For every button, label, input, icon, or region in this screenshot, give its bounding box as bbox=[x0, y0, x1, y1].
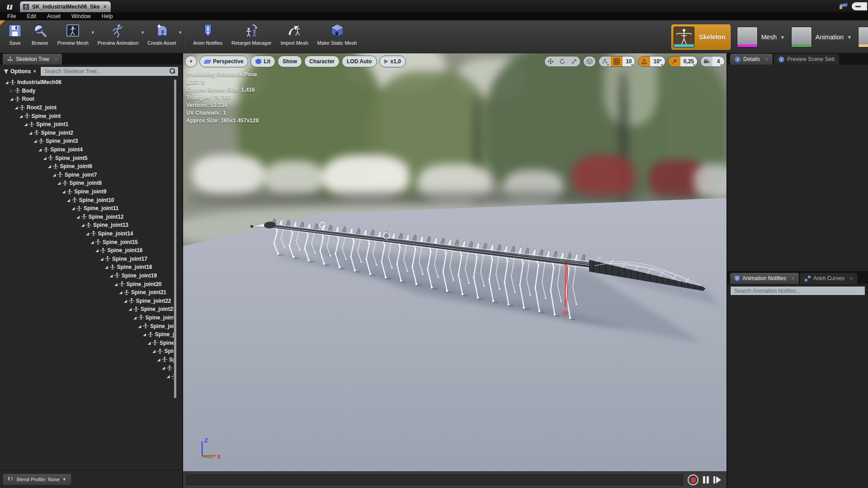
expand-arrow-icon[interactable]: ◢ bbox=[38, 147, 43, 152]
menu-asset[interactable]: Asset bbox=[42, 13, 66, 19]
tree-row-spine_joint21[interactable]: ◢Spine_joint21 bbox=[0, 288, 174, 297]
expand-arrow-icon[interactable]: ◢ bbox=[9, 97, 14, 101]
preview-scene-settings-tab[interactable]: i Preview Scene Sett bbox=[774, 54, 839, 65]
toolbar-make-static-mesh-button[interactable]: Make Static Mesh bbox=[313, 20, 361, 47]
expand-arrow-icon[interactable]: ◢ bbox=[118, 290, 123, 295]
tree-row-spine_joint10[interactable]: ◢Spine_joint10 bbox=[0, 196, 174, 204]
tree-row-spine_joint5[interactable]: ◢Spine_joint5 bbox=[0, 154, 174, 162]
expand-arrow-icon[interactable]: ◢ bbox=[75, 215, 81, 219]
pause-button[interactable] bbox=[703, 476, 709, 483]
lit-button[interactable]: Lit bbox=[250, 56, 275, 67]
scale-tool-button[interactable] bbox=[568, 56, 580, 66]
grid-snap-toggle[interactable] bbox=[611, 56, 623, 66]
tree-row-spine_joint23[interactable]: ◢Spine_joint23 bbox=[0, 305, 174, 314]
expand-arrow-icon[interactable]: ◢ bbox=[151, 349, 157, 353]
menu-edit[interactable]: Edit bbox=[21, 13, 42, 19]
tree-row-spine_joint8[interactable]: ◢Spine_joint8 bbox=[0, 179, 174, 188]
toolbar-preview-animation-button[interactable]: Preview Animation▼ bbox=[93, 20, 143, 47]
record-button[interactable] bbox=[688, 474, 698, 485]
playback-speed-button[interactable]: x1,0 bbox=[379, 56, 406, 67]
expand-arrow-icon[interactable]: ◢ bbox=[146, 341, 152, 345]
toolbar-retarget-manager-button[interactable]: Retarget Manager bbox=[227, 20, 276, 47]
anim-curves-tab[interactable]: Anim Curves × bbox=[800, 273, 857, 284]
expand-arrow-icon[interactable]: ◢ bbox=[165, 374, 171, 379]
expand-arrow-icon[interactable]: ◢ bbox=[14, 105, 19, 110]
tree-row-spine_joint16[interactable]: ◢Spine_joint16 bbox=[0, 246, 174, 255]
expand-arrow-icon[interactable]: ◢ bbox=[137, 324, 142, 328]
blend-profile-button[interactable]: Blend Profile: None ▼ bbox=[3, 474, 71, 485]
tree-row-spine_joint12[interactable]: ◢Spine_joint12 bbox=[0, 213, 174, 221]
expand-arrow-icon[interactable]: ◢ bbox=[85, 231, 90, 236]
expand-arrow-icon[interactable]: ◢ bbox=[99, 257, 104, 261]
expand-arrow-icon[interactable]: ◢ bbox=[23, 122, 28, 127]
rotation-snap-value[interactable]: 10° ▼ bbox=[650, 56, 665, 66]
scale-snap-value[interactable]: 0,25 ▼ bbox=[680, 56, 697, 66]
snap-mode-button[interactable]: ▼ bbox=[599, 56, 611, 66]
show-button[interactable]: Show bbox=[278, 56, 302, 67]
character-button[interactable]: Character bbox=[304, 56, 340, 67]
notifies-tab-close-icon[interactable]: × bbox=[792, 276, 794, 281]
menu-help[interactable]: Help bbox=[96, 13, 118, 19]
tutorial-cap-icon[interactable] bbox=[839, 4, 848, 9]
expand-arrow-icon[interactable]: ◢ bbox=[61, 189, 66, 194]
tree-row-spine_joint6[interactable]: ◢Spine_joint6 bbox=[0, 162, 174, 171]
mode-mesh-button[interactable]: Mesh ▼ bbox=[737, 27, 785, 47]
tree-row-root2_joint[interactable]: ◢Root2_joint bbox=[0, 103, 174, 112]
tree-row-spine_joint27[interactable]: ◢Spine_joint27 bbox=[0, 338, 174, 347]
tree-row-spine_joint26[interactable]: ◢Spine_joint26 bbox=[0, 330, 174, 339]
expand-arrow-icon[interactable]: ◢ bbox=[113, 282, 119, 286]
skeleton-tree-tab[interactable]: Skeleton Tree × bbox=[3, 54, 62, 65]
timeline-scrubber[interactable] bbox=[186, 474, 683, 485]
camera-speed-button[interactable] bbox=[701, 56, 712, 66]
toolbar-import-mesh-button[interactable]: Import Mesh bbox=[276, 20, 313, 47]
expand-arrow-icon[interactable]: ◢ bbox=[47, 164, 52, 169]
expand-arrow-icon[interactable]: ◢ bbox=[94, 248, 100, 253]
tree-row-spine_joint31[interactable]: ◢Spine_joint31 bbox=[0, 372, 174, 381]
details-tab[interactable]: i Details × bbox=[730, 54, 773, 65]
expand-arrow-icon[interactable]: ◢ bbox=[33, 139, 38, 143]
perspective-button[interactable]: Perspective bbox=[199, 56, 248, 67]
toolbar-anim-notifies-button[interactable]: Anim Notifies bbox=[189, 20, 227, 47]
expand-arrow-icon[interactable]: ◢ bbox=[71, 206, 76, 211]
tree-row-spine_joint20[interactable]: ◢Spine_joint20 bbox=[0, 280, 174, 288]
expand-arrow-icon[interactable]: ◢ bbox=[4, 80, 9, 84]
animation-notifies-tab[interactable]: ! Animation Notifies × bbox=[730, 273, 799, 284]
options-button[interactable]: Options ▼ bbox=[4, 68, 37, 75]
expand-arrow-icon[interactable]: ◢ bbox=[161, 366, 166, 370]
animation-dropdown-caret[interactable]: ▼ bbox=[847, 35, 852, 40]
curves-tab-close-icon[interactable]: × bbox=[850, 276, 853, 281]
tree-row-spine_joint19[interactable]: ◢Spine_joint19 bbox=[0, 272, 174, 280]
expand-arrow-icon[interactable]: ◢ bbox=[80, 223, 85, 227]
tree-row-spine_joint11[interactable]: ◢Spine_joint11 bbox=[0, 204, 174, 213]
step-forward-button[interactable] bbox=[713, 476, 721, 483]
tree-row-root[interactable]: ◢Root bbox=[0, 95, 174, 103]
tree-row-spine_joint29[interactable]: ◢Spine_joint29 bbox=[0, 356, 174, 364]
toolbar-preview-mesh-button[interactable]: Preview Mesh▼ bbox=[53, 20, 93, 47]
expand-arrow-icon[interactable]: ◢ bbox=[28, 131, 33, 135]
move-tool-button[interactable] bbox=[545, 56, 557, 66]
toolbar-create-asset-button[interactable]: Create Asset▼ bbox=[143, 20, 180, 47]
mesh-dropdown-caret[interactable]: ▼ bbox=[780, 35, 785, 40]
window-minimize-button[interactable] bbox=[852, 2, 867, 10]
expand-arrow-icon[interactable]: ◢ bbox=[57, 181, 62, 185]
tree-row-spine_joint7[interactable]: ◢Spine_joint7 bbox=[0, 171, 174, 179]
tree-row-spine_joint9[interactable]: ◢Spine_joint9 bbox=[0, 188, 174, 196]
expand-arrow-icon[interactable]: ◢ bbox=[127, 307, 133, 311]
tab-close-icon[interactable]: × bbox=[103, 4, 106, 10]
tree-row-spine_joint18[interactable]: ◢Spine_joint18 bbox=[0, 263, 174, 272]
expand-arrow-icon[interactable]: ◢ bbox=[90, 240, 95, 244]
3d-viewport[interactable]: ▼ Perspective Lit Show Character LOD Aut… bbox=[183, 53, 726, 488]
toolbar-create-asset-caret[interactable]: ▼ bbox=[178, 30, 182, 35]
expand-arrow-icon[interactable]: ◢ bbox=[108, 273, 114, 278]
tree-row-spine_joint2[interactable]: ◢Spine_joint2 bbox=[0, 129, 174, 137]
details-tab-close-icon[interactable]: × bbox=[765, 56, 768, 62]
skeleton-tree-tab-close-icon[interactable]: × bbox=[55, 56, 57, 62]
expand-arrow-icon[interactable]: ◢ bbox=[52, 173, 57, 177]
mode-skeleton-button[interactable]: Skeleton bbox=[671, 24, 730, 50]
expand-arrow-icon[interactable]: ◢ bbox=[156, 357, 161, 362]
tree-row-spine_joint28[interactable]: ◢Spine_joint28 bbox=[0, 347, 174, 356]
coordinate-space-button[interactable] bbox=[584, 56, 595, 66]
tree-row-spine_joint15[interactable]: ◢Spine_joint15 bbox=[0, 238, 174, 246]
camera-speed-value[interactable]: 4 ▼ bbox=[712, 56, 724, 66]
expand-arrow-icon[interactable]: ◢ bbox=[66, 198, 71, 202]
